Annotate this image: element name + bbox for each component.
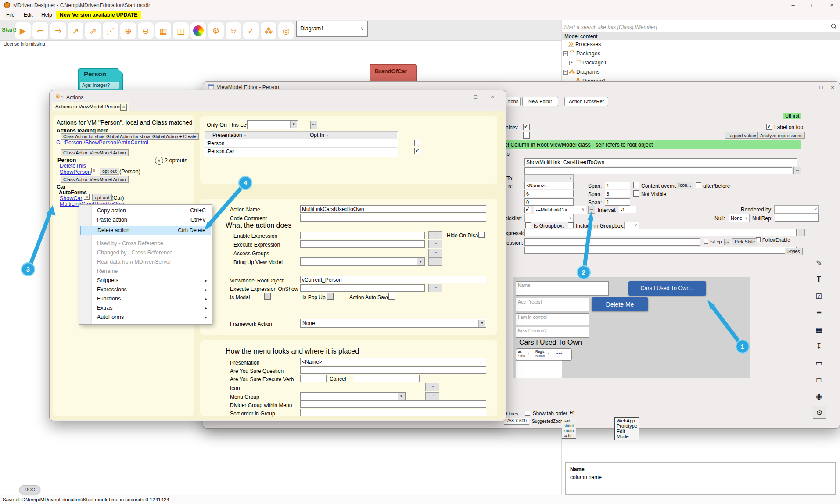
spiral-icon[interactable]: ◎ — [278, 22, 294, 39]
optouts-chevron-icon[interactable]: ∨ — [155, 157, 163, 165]
person-class-box[interactable]: Person Age: Integer? — [78, 68, 123, 92]
run-prototype-icon[interactable]: ◫ — [172, 22, 189, 39]
row-field[interactable] — [524, 198, 574, 206]
close-button[interactable]: × — [824, 0, 839, 10]
execute-expression-field[interactable] — [300, 240, 425, 248]
ellipsis-button[interactable]: ... — [425, 383, 439, 391]
global-action-create-button[interactable]: Global Action + Create — [150, 133, 199, 140]
draw-association-icon[interactable]: ↗ — [67, 22, 84, 39]
preview-name-input[interactable] — [516, 281, 609, 296]
pattern-tree-icon[interactable]: ⁂ — [260, 22, 277, 39]
filter-icon[interactable]: ▾ — [548, 352, 549, 356]
expression-field[interactable] — [524, 229, 797, 236]
optout-mini-checkbox[interactable] — [91, 168, 97, 173]
menu-item-autoforms[interactable]: AutoForms — [80, 313, 211, 322]
column-name-field[interactable] — [524, 158, 797, 166]
zoom-out-icon[interactable]: ⊖ — [137, 22, 154, 39]
run-icon[interactable]: ▶ — [14, 22, 31, 39]
multilink-combo[interactable]: ---MultiLinkCar — [534, 206, 586, 214]
row-field[interactable] — [524, 190, 574, 197]
opt-in-checkbox-person[interactable] — [414, 140, 420, 146]
ellipsis-button[interactable]: ... — [428, 257, 442, 266]
checkbox-tool-icon[interactable]: ☑ — [813, 290, 825, 302]
viewmodel-action-button[interactable]: ViewModel Action — [87, 176, 129, 183]
menu-file[interactable]: File — [3, 11, 18, 19]
tab-actions-in-viewmodel[interactable]: Actions in ViewModel Person X — [52, 102, 129, 112]
set-shrink-zoom-button[interactable]: Set shrink zoom to fit — [562, 418, 576, 439]
import-tool-icon[interactable]: ↧ — [813, 340, 825, 352]
menu-item-real-data[interactable]: Real data from MDrivenServer — [80, 257, 211, 267]
is-popup-checkbox[interactable] — [327, 293, 334, 300]
are-you-sure-question-field[interactable] — [300, 366, 486, 374]
viewmodel-action-button[interactable]: ViewModel Action — [87, 149, 129, 156]
menu-item-expressions[interactable]: Expressions — [80, 285, 211, 294]
cl-person-link[interactable]: CL:Person /ShowPersonIAmInControl — [56, 139, 148, 146]
rendered-by-combo[interactable] — [774, 205, 819, 214]
presentation-field[interactable] — [300, 358, 486, 365]
widget-tool-icon[interactable]: ▭ — [813, 357, 825, 369]
filter-icon[interactable]: ▾ — [528, 352, 529, 356]
presentation-cell-field[interactable] — [524, 182, 574, 189]
person-attribute[interactable]: Age: Integer? — [80, 82, 119, 89]
delete-me-button[interactable]: Delete Me — [592, 297, 648, 311]
ellipsis-button[interactable]: ... — [310, 121, 317, 129]
ellipsis-button[interactable]: ... — [428, 231, 442, 239]
sidebar-item-diagrams[interactable]: Diagrams — [576, 69, 600, 75]
action-name-field[interactable] — [300, 205, 486, 213]
collapse-icon[interactable]: − — [563, 70, 568, 75]
is-modal-checkbox[interactable] — [264, 293, 271, 300]
diagram-combo[interactable]: Diagram1 ∨ — [296, 21, 368, 37]
pick-style-button[interactable]: Pick Style — [732, 238, 757, 245]
sidebar-item-processes[interactable]: Processes — [575, 41, 601, 47]
multilink-checkbox[interactable] — [524, 207, 531, 213]
preview-age-input[interactable] — [516, 298, 589, 311]
bring-up-view-model-combo[interactable] — [300, 257, 425, 266]
design-size-value[interactable]: 758 X 600 — [504, 418, 529, 425]
menu-item-snippets[interactable]: Snippets — [80, 276, 211, 285]
global-action-for-show-button[interactable]: Global Action for show — [104, 133, 153, 140]
search-icon[interactable] — [831, 23, 837, 30]
opt-in-checkbox-person-car[interactable] — [414, 148, 420, 154]
menu-help[interactable]: Help — [38, 11, 56, 19]
action-auto-saves-checkbox[interactable] — [388, 293, 395, 300]
webapp-prototype-button[interactable]: WebApp Prototype Edit-Mode — [614, 417, 639, 440]
analyze-expressions-button[interactable]: Analyze expressions — [757, 132, 805, 139]
draw-navigation-icon[interactable]: ⇗ — [85, 22, 101, 39]
preview-newcolumn-input[interactable] — [516, 327, 589, 338]
isexp-checkbox[interactable] — [704, 239, 708, 244]
ellipsis-button[interactable]: ... — [428, 240, 442, 248]
cars-i-used-to-own-button[interactable]: Cars I Used To Own... — [628, 281, 706, 296]
is-groupbox-checkbox[interactable] — [568, 222, 574, 228]
action-crossref-button[interactable]: Action CrossRef — [564, 97, 608, 106]
ellipsis-button[interactable]: ... — [425, 392, 439, 400]
show-tab-order-checkbox[interactable] — [525, 411, 530, 416]
opt-out-button[interactable]: opt-out — [100, 168, 119, 175]
code-comment-field[interactable] — [300, 214, 486, 222]
dashed-line-icon[interactable]: ⋰ — [102, 22, 119, 39]
opt-out-button[interactable]: opt-out — [92, 194, 112, 201]
empty-field[interactable] — [524, 167, 792, 174]
styles-button[interactable]: Styles — [785, 248, 803, 255]
show-car-link[interactable]: ShowCar — [60, 195, 82, 201]
edit-pencil-icon[interactable]: ✎ — [813, 257, 825, 269]
verb-field[interactable] — [300, 375, 327, 382]
expression-field-3[interactable] — [524, 247, 797, 254]
close-button[interactable]: × — [827, 83, 838, 93]
nullrep-field[interactable] — [775, 214, 819, 222]
validate-check-icon[interactable]: ✓ — [243, 22, 259, 39]
menu-item-extras[interactable]: Extras — [80, 304, 211, 313]
sort-order-field[interactable] — [300, 409, 486, 416]
icon-button[interactable]: Icon... — [676, 182, 693, 189]
maximize-button[interactable]: □ — [468, 92, 483, 102]
only-on-this-level-combo[interactable] — [247, 120, 298, 129]
sidebar-item-package1[interactable]: Package1 — [582, 60, 607, 66]
update-banner[interactable]: New Version available UPDATE — [56, 11, 141, 19]
interval-field[interactable] — [619, 206, 636, 213]
expand-icon[interactable]: + — [569, 61, 574, 65]
null-combo[interactable]: None — [729, 214, 750, 222]
ellipsis-button[interactable]: ... — [724, 239, 730, 245]
sphere-tool-icon[interactable]: ◉ — [813, 390, 825, 402]
actions-button-fragment[interactable]: tions — [506, 97, 521, 106]
col-opt-in[interactable]: Opt In — [310, 132, 328, 138]
span-field[interactable] — [605, 190, 630, 197]
